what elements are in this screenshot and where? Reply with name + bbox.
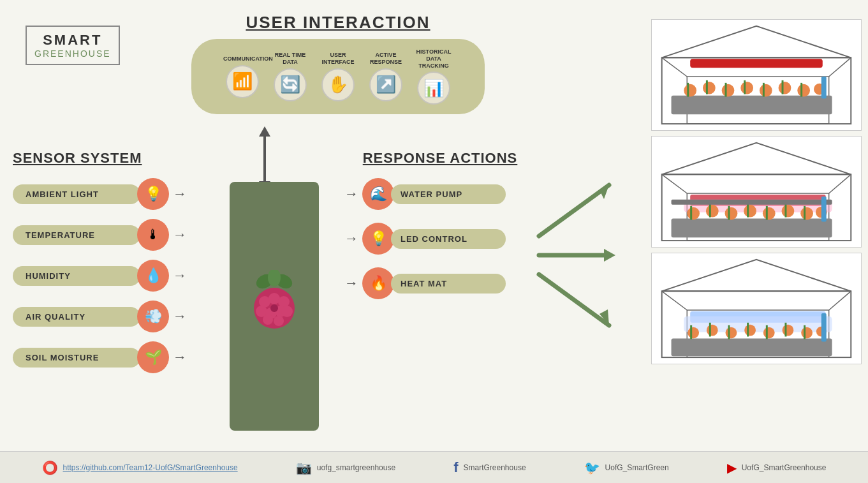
interface-icon: ✋ xyxy=(321,68,355,101)
svg-point-59 xyxy=(725,207,738,220)
response-row-led: → 💡 LED CONTROL xyxy=(344,223,536,255)
instagram-handle: uofg_smartgreenhouse xyxy=(317,463,395,472)
ui-pill-history: HISTORICAL DATA TRACKING 📊 xyxy=(415,48,453,105)
ui-pills-container: COMMUNICATION 📶 REAL TIME DATA 🔄 USER IN… xyxy=(191,39,485,114)
svg-rect-38 xyxy=(687,83,689,97)
footer-youtube: ▶ UofG_SmartGreenhouse xyxy=(727,460,827,475)
response-row-water: → 🌊 WATER PUMP xyxy=(344,178,536,210)
logo-smart: SMART xyxy=(34,32,111,48)
sensor-arrow-soil: → xyxy=(173,349,187,366)
history-icon: 📊 xyxy=(417,71,450,105)
svg-rect-96 xyxy=(747,323,749,337)
svg-rect-99 xyxy=(804,325,805,339)
logo-box: SMART GREENHOUSE xyxy=(26,26,120,65)
github-icon: ⭕ xyxy=(42,460,58,475)
arrows-to-greenhouse xyxy=(526,172,628,351)
footer-github: ⭕ https://github.com/Team12-UofG/SmartGr… xyxy=(42,460,238,475)
svg-rect-93 xyxy=(690,325,692,339)
soil-moisture-icon: 🌱 xyxy=(137,341,169,373)
svg-rect-45 xyxy=(821,77,827,99)
svg-point-13 xyxy=(270,304,278,312)
air-quality-icon: 💨 xyxy=(137,301,169,332)
svg-marker-17 xyxy=(604,249,615,262)
svg-line-48 xyxy=(662,174,688,193)
footer-twitter: 🐦 UofG_SmartGreen xyxy=(584,460,669,475)
ui-pill-interface: USER INTERFACE ✋ xyxy=(319,52,357,101)
svg-rect-72 xyxy=(672,200,832,205)
ui-pill-communication-label: COMMUNICATION xyxy=(223,56,261,63)
svg-line-23 xyxy=(829,57,851,77)
sensor-pill-soil: SOIL MOISTURE xyxy=(13,348,140,368)
svg-line-18 xyxy=(539,274,609,325)
svg-rect-94 xyxy=(709,323,711,337)
sensor-system-section: SENSOR SYSTEM AMBIENT LIGHT 💡 → TEMPERAT… xyxy=(13,150,198,382)
realtime-icon: 🔄 xyxy=(274,68,307,101)
github-link[interactable]: https://github.com/Team12-UofG/SmartGree… xyxy=(63,463,238,472)
logo-greenhouse: GREENHOUSE xyxy=(34,48,111,59)
rpi-svg xyxy=(246,270,303,340)
sensor-row-humidity: HUMIDITY 💧 → xyxy=(13,260,198,292)
svg-point-86 xyxy=(707,325,718,336)
response-icon: ↗️ xyxy=(369,68,402,101)
water-pump-icon: 🌊 xyxy=(362,178,394,210)
svg-point-11 xyxy=(263,315,273,325)
svg-point-62 xyxy=(782,205,795,218)
youtube-icon: ▶ xyxy=(727,460,737,475)
svg-rect-56 xyxy=(672,219,832,238)
raspberry-pi-icon xyxy=(246,270,303,343)
svg-rect-97 xyxy=(766,325,768,339)
footer-facebook: f SmartGreenhouse xyxy=(453,459,526,476)
sensor-row-temperature: TEMPERATURE 🌡 → xyxy=(13,219,198,251)
svg-line-14 xyxy=(539,185,609,236)
facebook-icon: f xyxy=(453,459,458,476)
sensor-pill-ambient: AMBIENT LIGHT xyxy=(13,184,140,204)
response-pill-led: LED CONTROL xyxy=(391,229,506,249)
response-pill-heat: HEAT MAT xyxy=(391,274,506,294)
sensor-label-air: AIR QUALITY xyxy=(26,312,85,322)
ui-pill-response: ACTIVE RESPONSE ↗️ xyxy=(367,52,405,101)
ambient-light-icon: 💡 xyxy=(137,178,169,210)
response-arrow-led: → xyxy=(344,230,358,247)
sensor-label-humidity: HUMIDITY xyxy=(26,271,71,281)
svg-rect-70 xyxy=(784,204,786,218)
response-label-led: LED CONTROL xyxy=(401,234,467,244)
led-control-icon: 💡 xyxy=(362,223,394,255)
sensor-pill-humidity: HUMIDITY xyxy=(13,266,140,286)
response-actions-section: RESPONSE ACTIONS → 🌊 WATER PUMP → 💡 LED … xyxy=(344,150,536,312)
heat-mat-icon: 🔥 xyxy=(362,267,394,299)
sensor-arrow-humidity: → xyxy=(173,267,187,284)
svg-point-33 xyxy=(740,82,753,94)
svg-point-61 xyxy=(763,207,776,220)
svg-point-90 xyxy=(783,325,794,336)
response-arrow-water: → xyxy=(344,186,358,202)
sensor-pill-temperature: TEMPERATURE xyxy=(13,225,140,245)
user-interaction-title: USER INTERACTION xyxy=(191,13,485,33)
sensor-arrow-ambient: → xyxy=(173,186,187,202)
svg-point-88 xyxy=(744,325,756,336)
ui-pill-realtime: REAL TIME DATA 🔄 xyxy=(271,52,309,101)
svg-rect-95 xyxy=(728,325,730,339)
greenhouse-images xyxy=(651,19,862,364)
svg-point-87 xyxy=(726,327,737,339)
svg-marker-46 xyxy=(662,143,851,174)
twitter-handle: UofG_SmartGreen xyxy=(605,463,669,472)
arrow-head-up xyxy=(259,126,270,137)
sensor-pill-air: AIR QUALITY xyxy=(13,307,140,327)
sensor-row-air: AIR QUALITY 💨 → xyxy=(13,301,198,332)
ui-pill-history-label: HISTORICAL DATA TRACKING xyxy=(415,48,453,69)
arrow-shaft xyxy=(263,137,266,181)
svg-rect-66 xyxy=(709,204,711,218)
instagram-icon: 📷 xyxy=(296,460,312,475)
sensor-label-temperature: TEMPERATURE xyxy=(26,230,95,240)
svg-line-22 xyxy=(662,57,688,77)
response-label-heat: HEAT MAT xyxy=(401,279,447,288)
svg-line-77 xyxy=(829,291,851,310)
svg-line-76 xyxy=(662,291,688,310)
response-pill-water: WATER PUMP xyxy=(391,184,506,204)
svg-line-49 xyxy=(829,174,851,193)
footer-instagram: 📷 uofg_smartgreenhouse xyxy=(296,460,395,475)
ui-pill-realtime-label: REAL TIME DATA xyxy=(271,52,309,66)
svg-rect-42 xyxy=(763,83,765,97)
temperature-icon: 🌡 xyxy=(137,219,169,251)
user-interaction-section: USER INTERACTION COMMUNICATION 📶 REAL TI… xyxy=(191,13,485,114)
